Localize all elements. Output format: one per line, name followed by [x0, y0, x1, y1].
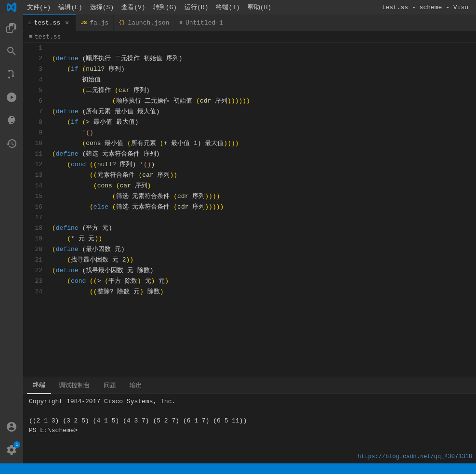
- source-control-icon[interactable]: [0, 63, 23, 86]
- breadcrumb: ≡ test.ss: [23, 31, 476, 43]
- window-title: test.ss - scheme - Visu: [382, 4, 468, 11]
- breadcrumb-filename: test.ss: [35, 33, 61, 40]
- tab-label-untitled: Untitled-1: [185, 19, 223, 26]
- ln-10: 10: [23, 138, 42, 149]
- terminal-url[interactable]: https://blog.csdn.net/qq_43071318: [357, 452, 472, 461]
- ln-11: 11: [23, 149, 42, 159]
- tab-label-launch-json: launch.json: [128, 19, 169, 26]
- code-line-3: (if (null? 序列): [52, 64, 476, 75]
- terminal-line-3: ((2 1 3) (3 2 5) (4 1 5) (4 3 7) (5 2 7)…: [29, 416, 470, 426]
- ln-22: 22: [23, 265, 42, 276]
- code-line-24: ((整除? 除数 元) 除数): [52, 287, 476, 297]
- tab-label-fa-js: fa.js: [90, 19, 108, 26]
- settings-icon[interactable]: 1: [0, 438, 23, 461]
- code-line-16: (else (筛选 元素符合条件 (cdr 序列))))): [52, 202, 476, 212]
- tab-icon-fa-js: JS: [81, 20, 87, 26]
- tab-icon-launch-json: {}: [119, 20, 125, 26]
- account-icon[interactable]: [0, 415, 23, 438]
- ln-6: 6: [23, 96, 42, 106]
- extensions-icon[interactable]: [0, 109, 23, 132]
- ln-9: 9: [23, 128, 42, 138]
- history-icon[interactable]: [0, 132, 23, 155]
- code-area[interactable]: (define (顺序执行 二元操作 初始值 序列) (if (null? 序列…: [47, 43, 476, 377]
- code-line-2: (define (顺序执行 二元操作 初始值 序列): [52, 53, 476, 64]
- ln-16: 16: [23, 202, 42, 212]
- tab-label-test-ss: test.ss: [34, 19, 61, 26]
- code-line-15: (筛选 元素符合条件 (cdr 序列)))): [52, 191, 476, 202]
- editor-area: ≡ test.ss × JS fa.js {} launch.json ≡ Un…: [23, 14, 476, 463]
- terminal-content[interactable]: Copyright 1984-2017 Cisco Systems, Inc. …: [23, 394, 476, 463]
- title-bar: 文件(F) 编辑(E) 选择(S) 查看(V) 转到(G) 运行(R) 终端(T…: [0, 0, 476, 14]
- code-line-7: (define (所有元素 最小值 最大值): [52, 106, 476, 117]
- terminal-tab-terminal[interactable]: 终端: [27, 377, 51, 394]
- terminal-line-4: PS E:\scheme>: [29, 426, 470, 435]
- menu-run[interactable]: 运行(R): [181, 0, 212, 14]
- tabs-bar: ≡ test.ss × JS fa.js {} launch.json ≡ Un…: [23, 14, 476, 31]
- ln-2: 2: [23, 53, 42, 64]
- menu-bar: 文件(F) 编辑(E) 选择(S) 查看(V) 转到(G) 运行(R) 终端(T…: [23, 0, 382, 14]
- terminal-tabs: 终端 调试控制台 问题 输出: [23, 377, 476, 394]
- terminal-panel: 终端 调试控制台 问题 输出 Copyright 1984-2017 Cisco…: [23, 377, 476, 463]
- code-line-8: (if (> 最小值 最大值): [52, 117, 476, 128]
- menu-goto[interactable]: 转到(G): [149, 0, 181, 14]
- code-line-23: (cond ((> (平方 除数) 元) 元): [52, 276, 476, 287]
- code-line-11: (define (筛选 元素符合条件 序列): [52, 149, 476, 159]
- editor-content[interactable]: 1 2 3 4 5 6 7 8 9 10 11 12 13 14 15 16 1…: [23, 43, 476, 377]
- code-line-12: (cond ((null? 序列) '()): [52, 159, 476, 170]
- ln-20: 20: [23, 244, 42, 255]
- tab-close-test-ss[interactable]: ×: [63, 19, 71, 27]
- tab-icon-untitled: ≡: [179, 20, 183, 26]
- code-line-5: (二元操作 (car 序列): [52, 85, 476, 96]
- tab-test-ss[interactable]: ≡ test.ss ×: [23, 14, 76, 31]
- terminal-tab-problems[interactable]: 问题: [98, 377, 122, 394]
- ln-5: 5: [23, 85, 42, 96]
- terminal-line-1: Copyright 1984-2017 Cisco Systems, Inc.: [29, 397, 470, 407]
- code-line-14: (cons (car 序列): [52, 181, 476, 191]
- status-bar: [0, 463, 476, 474]
- ln-14: 14: [23, 181, 42, 191]
- tab-launch-json[interactable]: {} launch.json: [114, 14, 174, 31]
- notification-badge: 1: [13, 441, 20, 448]
- menu-help[interactable]: 帮助(H): [244, 0, 275, 14]
- activity-bar: 1: [0, 14, 23, 463]
- explorer-icon[interactable]: [0, 16, 23, 40]
- menu-terminal[interactable]: 终端(T): [212, 0, 243, 14]
- ln-17: 17: [23, 212, 42, 223]
- ln-23: 23: [23, 276, 42, 287]
- menu-view[interactable]: 查看(V): [118, 0, 149, 14]
- ln-7: 7: [23, 106, 42, 117]
- code-line-4: 初始值: [52, 75, 476, 85]
- run-icon[interactable]: [0, 86, 23, 109]
- menu-edit[interactable]: 编辑(E): [54, 0, 86, 14]
- terminal-tab-debug[interactable]: 调试控制台: [53, 377, 96, 394]
- code-line-6: (顺序执行 二元操作 初始值 (cdr 序列)))))): [52, 96, 476, 106]
- search-icon[interactable]: [0, 40, 23, 63]
- menu-file[interactable]: 文件(F): [23, 0, 54, 14]
- code-line-19: (* 元 元)): [52, 234, 476, 244]
- terminal-tab-output[interactable]: 输出: [124, 377, 148, 394]
- terminal-line-2: [29, 407, 470, 416]
- code-line-13: ((元素符合条件 (car 序列)): [52, 170, 476, 181]
- tab-fa-js[interactable]: JS fa.js: [76, 14, 114, 31]
- ln-13: 13: [23, 170, 42, 181]
- tab-icon-test-ss: ≡: [28, 20, 31, 26]
- ln-24: 24: [23, 287, 42, 297]
- activity-bottom: 1: [0, 415, 23, 463]
- code-line-22: (define (找寻最小因数 元 除数): [52, 265, 476, 276]
- ln-15: 15: [23, 191, 42, 202]
- code-line-18: (define (平方 元): [52, 223, 476, 234]
- code-line-20: (define (最小因数 元): [52, 244, 476, 255]
- line-numbers: 1 2 3 4 5 6 7 8 9 10 11 12 13 14 15 16 1…: [23, 43, 47, 377]
- code-line-9: '(): [52, 128, 476, 138]
- menu-select[interactable]: 选择(S): [86, 0, 118, 14]
- tab-untitled-1[interactable]: ≡ Untitled-1: [174, 14, 228, 31]
- code-line-17: [52, 212, 476, 223]
- ln-8: 8: [23, 117, 42, 128]
- main-layout: 1 ≡ test.ss × JS fa.js {} launch.json ≡ …: [0, 14, 476, 463]
- code-line-1: [52, 43, 476, 53]
- ln-3: 3: [23, 64, 42, 75]
- ln-12: 12: [23, 159, 42, 170]
- ln-18: 18: [23, 223, 42, 234]
- ln-19: 19: [23, 234, 42, 244]
- code-line-21: (找寻最小因数 元 2)): [52, 255, 476, 265]
